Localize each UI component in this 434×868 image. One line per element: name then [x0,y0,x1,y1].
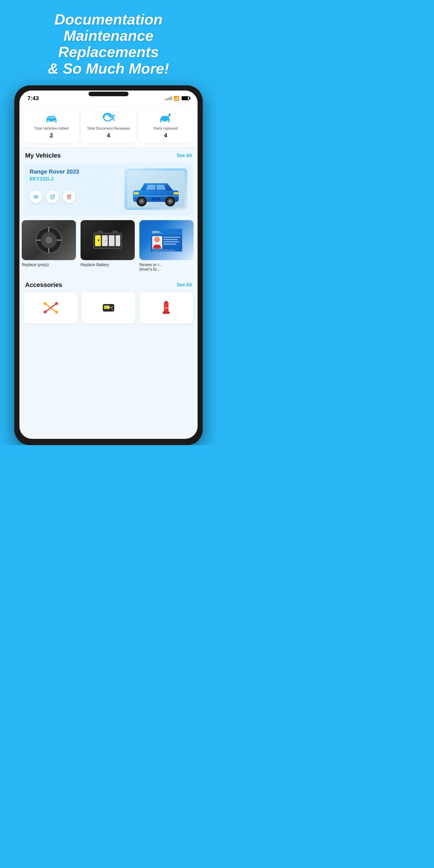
view-button[interactable] [30,190,42,203]
svg-rect-4 [48,117,54,119]
edit-icon [50,194,55,199]
wifi-icon: 📶 [174,96,179,101]
tyre-label: Replace tyre(s) [22,262,76,267]
svg-point-57 [44,302,46,305]
svg-rect-49 [156,242,158,245]
license-image: DRIV... [151,229,182,252]
trash-icon [66,194,72,199]
tools-icon: SOS [158,301,175,315]
my-vehicles-title: My Vehicles [25,152,61,159]
hero-line4: & So Much More! [48,60,169,77]
svg-point-12 [34,195,38,198]
hero-line3: Replacements [58,44,159,60]
svg-rect-69 [165,301,167,302]
delete-button[interactable] [63,190,75,203]
status-icons: 📶 [164,96,190,101]
accessories-section: Accessories See All [20,276,197,329]
accessory-card-charger[interactable]: PWR [82,292,135,323]
svg-rect-23 [174,192,179,194]
refresh-icon [101,112,116,123]
tyre-image [35,226,63,254]
svg-point-58 [55,311,58,313]
battery-image: + ─ [91,227,125,253]
stat-card-vehicles: Total Vehicles Added 2 [24,107,79,143]
phone-shell: 7:43 📶 [14,85,203,445]
vehicle-card: Range Rover 2023 EKY222LJ [24,163,193,216]
svg-text:DRIV...: DRIV... [152,230,162,234]
svg-point-21 [169,200,172,203]
svg-point-10 [167,121,168,122]
hero-line1: Documentation [55,11,162,28]
eye-icon [33,194,39,199]
camera-bar [89,92,128,96]
service-item-license[interactable]: DRIV... [140,220,168,272]
license-label: Renew or r... driver's lic... [140,262,168,272]
accessories-grid: PWR SOS [20,292,197,329]
svg-rect-36 [98,231,103,234]
my-vehicles-section-header: My Vehicles See All [20,147,197,163]
battery-icon [182,96,190,100]
svg-rect-52 [163,241,179,242]
stats-row: Total Vehicles Added 2 Total Document Re… [20,104,197,147]
status-time: 7:43 [27,95,39,102]
svg-text:+: + [97,238,100,242]
tyre-thumbnail [22,220,76,260]
accessory-card-tools[interactable]: SOS [140,292,193,323]
svg-text:PWR: PWR [106,306,112,309]
car-icon [44,112,59,123]
svg-rect-51 [163,239,178,240]
vehicle-plate: EKY222LJ [30,176,124,182]
stat-card-parts: Parts replaced 4 [138,107,193,143]
svg-point-11 [169,114,170,115]
svg-point-2 [48,121,49,122]
svg-rect-71 [163,311,169,314]
stat-value-vehicles: 2 [50,132,53,139]
accessories-see-all[interactable]: See All [177,282,192,287]
svg-rect-26 [133,195,179,196]
svg-rect-54 [152,250,175,251]
svg-rect-22 [134,192,139,194]
accessories-title: Accessories [25,281,62,289]
edit-button[interactable] [46,190,59,203]
service-row: Replace tyre(s) [20,220,197,276]
svg-rect-41 [116,235,120,246]
accessory-card-cables[interactable] [24,292,78,323]
signal-icon [164,96,172,100]
svg-marker-6 [113,120,115,121]
stat-label-vehicles: Total Vehicles Added [34,126,68,131]
svg-text:─: ─ [104,239,107,242]
svg-rect-53 [163,244,176,245]
svg-rect-37 [113,231,118,234]
stat-label-renewals: Total Document Renewals [87,126,130,131]
stat-value-renewals: 4 [107,132,110,139]
hero-line2: Maintenance [64,27,154,44]
stat-card-renewals: Total Document Renewals 4 [81,107,136,143]
battery-label: Replace Battery [81,262,135,267]
battery-thumbnail: + ─ [81,220,135,260]
svg-point-9 [162,121,162,122]
svg-rect-50 [163,237,181,238]
wrench-car-icon [158,112,173,123]
cables-icon [42,301,59,315]
phone-screen: 7:43 📶 [20,91,197,439]
stat-label-parts: Parts replaced [154,126,178,131]
svg-rect-40 [109,235,115,246]
stat-value-parts: 4 [164,132,167,139]
range-rover-svg [127,170,184,208]
vehicle-actions [30,190,124,203]
service-item-tyre[interactable]: Replace tyre(s) [22,220,76,272]
service-item-battery[interactable]: + ─ Replace Battery [81,220,135,272]
svg-point-18 [140,200,143,203]
vehicle-image [124,168,187,210]
svg-point-59 [55,302,58,305]
vehicle-name: Range Rover 2023 [30,168,124,175]
accessories-section-header: Accessories See All [20,276,197,292]
svg-point-60 [44,311,46,313]
svg-point-48 [154,237,160,242]
svg-marker-5 [113,114,115,116]
hero-heading: Documentation Maintenance Replacements &… [31,0,186,85]
svg-text:SOS: SOS [164,307,169,309]
svg-point-29 [45,237,52,244]
vehicle-info: Range Rover 2023 EKY222LJ [30,168,124,203]
my-vehicles-see-all[interactable]: See All [177,153,192,158]
